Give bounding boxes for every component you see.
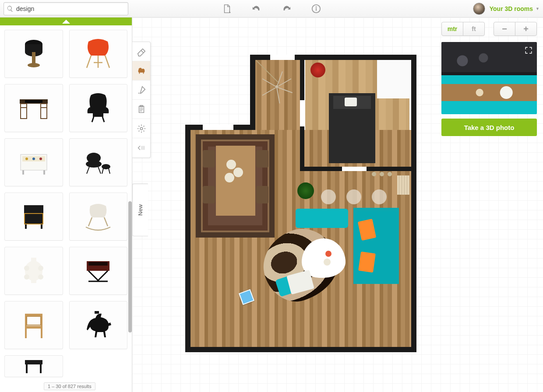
svg-rect-37 [25,326,42,329]
right-controls: mtr ft − + Take a 3D photo [441,22,537,136]
catalog-item-folding-table[interactable] [69,247,128,295]
catalog-item-desk[interactable] [4,84,63,132]
horse-icon [81,308,116,343]
door-opening [270,55,295,60]
decor [325,251,331,257]
unit-metric-button[interactable]: mtr [442,22,463,35]
clipboard-tool[interactable] [132,100,150,119]
floorplan[interactable] [183,55,415,352]
svg-rect-10 [21,107,27,108]
chevron-down-icon: ▼ [536,7,539,11]
search-input[interactable]: design [16,5,125,12]
dining-chair[interactable] [256,150,268,168]
unit-imperial-button[interactable]: ft [463,22,484,35]
zoom-control: − + [494,22,537,36]
furniture-tool[interactable] [132,61,150,80]
cabinet-icon [16,145,51,180]
svg-rect-23 [24,205,43,213]
take-3d-photo-button[interactable]: Take a 3D photo [441,119,537,136]
top-center-tools [221,3,322,15]
catalog-item-black-wing-chair[interactable] [69,84,128,132]
catalog-item-lounge-chair[interactable] [69,138,128,186]
unit-toggle: mtr ft [441,22,485,36]
svg-rect-41 [26,364,28,373]
eraser-tool[interactable] [132,42,150,61]
floorplan-canvas[interactable]: New [132,18,543,392]
catalog-item-dark-cabinet[interactable] [4,192,63,241]
lounge-chair-icon [81,145,116,180]
zoom-out-button[interactable]: − [494,22,515,35]
catalog-item-horse-lamp[interactable] [69,301,128,349]
avatar[interactable] [473,3,485,15]
catalog-item-orange-chair[interactable] [69,30,128,78]
collapse-tool[interactable] [132,138,150,158]
catalog-item-rocking-chair[interactable] [69,192,128,241]
cabinet-dark-icon [16,199,51,234]
dining-table[interactable] [216,146,255,216]
info-button[interactable] [310,3,322,15]
chevron-up-icon [62,20,70,24]
catalog-grid [0,25,132,392]
top-right: Your 3D rooms ▼ [473,3,539,15]
catalog-collapse-button[interactable] [0,18,132,25]
catalog-scrollbar[interactable] [128,201,132,332]
tool-rail [132,42,151,158]
catalog-item-wood-chair[interactable] [4,301,63,349]
svg-point-17 [39,158,42,160]
wall [185,347,416,352]
undo-button[interactable] [250,3,263,15]
svg-point-15 [25,158,28,160]
dining-chair[interactable] [203,186,215,203]
preview-3d[interactable] [441,42,537,114]
counter[interactable] [377,60,411,98]
wall [250,55,255,130]
stool[interactable] [372,189,387,204]
redo-button[interactable] [280,3,293,15]
decor [324,259,331,266]
plate [225,173,234,182]
door-opening [203,125,233,130]
svg-rect-18 [22,170,24,175]
doormat[interactable] [397,175,409,195]
svg-rect-11 [41,107,47,108]
results-count: 1 – 30 of 827 results [44,382,95,390]
settings-tool[interactable] [132,119,150,138]
fullscreen-icon[interactable] [524,46,533,55]
svg-rect-39 [95,311,99,314]
stool[interactable] [321,189,336,204]
cushion[interactable] [358,252,376,273]
svg-rect-33 [88,262,108,266]
catalog-item-white-cabinet[interactable] [4,138,63,186]
zoom-in-button[interactable]: + [515,22,536,35]
svg-point-45 [140,127,143,130]
wall [411,55,416,352]
svg-point-30 [24,274,29,280]
knob [380,172,384,176]
svg-rect-9 [41,104,47,119]
svg-point-28 [24,266,29,271]
svg-point-21 [86,161,102,168]
paint-tool[interactable] [132,80,150,100]
your-rooms-dropdown[interactable]: Your 3D rooms ▼ [490,5,539,12]
catalog-item-table-lamp[interactable] [4,30,63,78]
plant[interactable] [297,182,314,199]
search-icon [7,5,14,12]
dining-chair[interactable] [256,186,268,203]
red-stool[interactable] [310,63,325,77]
svg-rect-42 [40,364,42,373]
new-room-tab[interactable]: New [132,184,148,236]
svg-point-5 [28,63,40,67]
svg-rect-27 [41,224,42,229]
dining-chair[interactable] [203,150,215,168]
vase-icon [16,253,51,288]
catalog-item-stool[interactable] [4,355,63,377]
wood-chair-icon [16,308,51,343]
sofa[interactable] [296,209,348,228]
knob [388,172,392,176]
svg-point-16 [32,158,35,160]
search-field[interactable]: design [4,2,128,15]
svg-rect-7 [25,100,42,103]
catalog-item-white-vase[interactable] [4,247,63,295]
stool[interactable] [346,189,361,204]
new-document-button[interactable] [221,3,233,15]
